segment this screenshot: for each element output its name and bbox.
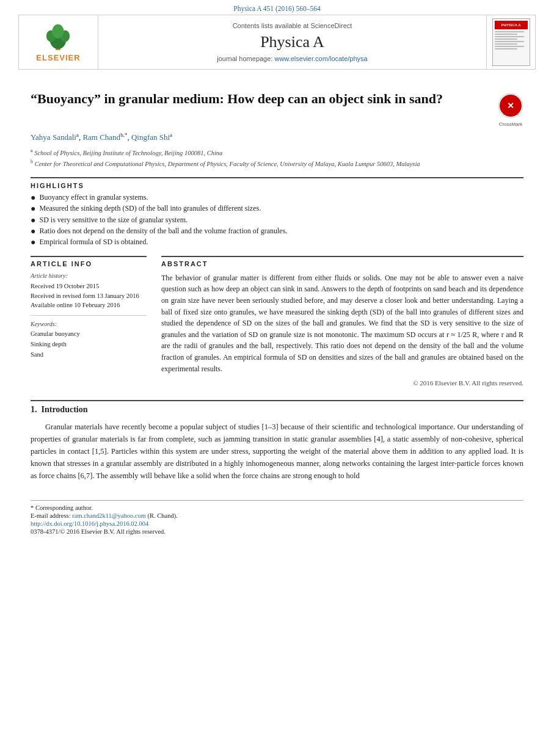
affiliation-a: a School of Physics, Beijing Institute o… xyxy=(31,147,523,158)
keyword-2: Sinking depth xyxy=(31,340,147,350)
keyword-3: Sand xyxy=(31,350,147,360)
info-abstract-section: ARTICLE INFO Article history: Received 1… xyxy=(31,256,523,387)
article-title: “Buoyancy” in granular medium: How deep … xyxy=(31,90,490,108)
bullet-icon: ● xyxy=(31,238,35,247)
journal-center: Contents lists available at ScienceDirec… xyxy=(98,15,486,69)
sciencedirect-line: Contents lists available at ScienceDirec… xyxy=(233,22,352,29)
email-person: (R. Chand). xyxy=(148,512,178,519)
highlight-text-5: Empirical formula of SD is obtained. xyxy=(39,238,148,247)
elsevier-wordmark: ELSEVIER xyxy=(36,53,80,62)
corresponding-label: * Corresponding author. xyxy=(31,504,93,511)
doi-line: http://dx.doi.org/10.1016/j.physa.2016.0… xyxy=(31,520,523,527)
corresponding-author: * Corresponding author. xyxy=(31,504,523,511)
citation-text: Physica A 451 (2016) 560–564 xyxy=(233,5,320,12)
abstract-col: ABSTRACT The behavior of granular matter… xyxy=(161,256,523,387)
sciencedirect-text: Contents lists available at ScienceDirec… xyxy=(233,22,352,29)
journal-citation: Physica A 451 (2016) 560–564 xyxy=(0,0,554,15)
intro-paragraph: Granular materials have recently become … xyxy=(31,421,523,482)
elsevier-tree-icon xyxy=(40,22,76,51)
affiliation-b: b Center for Theoretical and Computation… xyxy=(31,158,523,169)
highlight-item-1: ● Buoyancy effect in granular systems. xyxy=(31,193,523,202)
affiliations: a School of Physics, Beijing Institute o… xyxy=(31,147,523,169)
history-received: Received 19 October 2015 xyxy=(31,282,147,291)
highlight-text-4: Ratio does not depend on the density of … xyxy=(39,227,287,236)
journal-name: Physica A xyxy=(260,33,324,51)
crossmark-label: CrossMark xyxy=(498,122,523,127)
highlight-item-2: ● Measured the sinking depth (SD) of the… xyxy=(31,204,523,213)
copyright-line: © 2016 Elsevier B.V. All rights reserved… xyxy=(161,379,523,387)
author-ram[interactable]: Ram Chand xyxy=(82,133,120,142)
main-content: “Buoyancy” in granular medium: How deep … xyxy=(0,70,554,547)
authors-line: Yahya Sandalia, Ram Chandb,*, Qingfan Sh… xyxy=(31,132,523,142)
email-label: E-mail address: xyxy=(31,512,71,519)
doi-link[interactable]: http://dx.doi.org/10.1016/j.physa.2016.0… xyxy=(31,520,148,527)
highlight-item-3: ● SD is very sensitive to the size of gr… xyxy=(31,216,523,225)
email-line: E-mail address: ram.chand2k11@yahoo.com … xyxy=(31,512,523,519)
abstract-label: ABSTRACT xyxy=(161,256,523,267)
bullet-icon: ● xyxy=(31,193,35,202)
svg-text:✕: ✕ xyxy=(507,101,514,111)
footnote-area: * Corresponding author. E-mail address: … xyxy=(31,500,523,535)
section1-heading: 1. Introduction xyxy=(31,400,523,415)
keyword-1: Granular buoyancy xyxy=(31,329,147,340)
abstract-text: The behavior of granular matter is diffe… xyxy=(161,272,523,374)
article-info-col: ARTICLE INFO Article history: Received 1… xyxy=(31,256,147,387)
journal-header: ELSEVIER Contents lists available at Sci… xyxy=(18,15,536,70)
homepage-line: journal homepage: www.elsevier.com/locat… xyxy=(217,55,367,62)
highlight-item-4: ● Ratio does not depend on the density o… xyxy=(31,227,523,236)
highlight-text-1: Buoyancy effect in granular systems. xyxy=(39,193,148,202)
history-online: Available online 10 February 2016 xyxy=(31,300,147,310)
crossmark-badge: ✕ CrossMark CrossMark xyxy=(498,93,523,127)
bullet-icon: ● xyxy=(31,216,35,225)
crossmark-icon: ✕ CrossMark xyxy=(498,93,523,118)
svg-text:CrossMark: CrossMark xyxy=(503,112,519,115)
journal-thumbnail: PHYSICA A xyxy=(486,15,535,69)
homepage-label: journal homepage: xyxy=(217,55,272,62)
highlight-text-3: SD is very sensitive to the size of gran… xyxy=(39,216,188,225)
keywords-label: Keywords: xyxy=(31,321,147,327)
email-link[interactable]: ram.chand2k11@yahoo.com xyxy=(72,512,146,519)
author-yahya[interactable]: Yahya Sandali xyxy=(31,133,76,142)
history-revised: Received in revised form 13 January 2016 xyxy=(31,291,147,301)
bullet-icon: ● xyxy=(31,227,35,236)
highlights-label: HIGHLIGHTS xyxy=(31,177,523,189)
homepage-url[interactable]: www.elsevier.com/locate/physa xyxy=(274,55,367,62)
divider xyxy=(31,315,147,316)
author-qingfan[interactable]: Qingfan Shi xyxy=(131,133,170,142)
highlight-text-2: Measured the sinking depth (SD) of the b… xyxy=(39,204,261,213)
highlights-section: HIGHLIGHTS ● Buoyancy effect in granular… xyxy=(31,177,523,247)
elsevier-logo-area: ELSEVIER xyxy=(19,15,98,69)
issn-line: 0378-4371/© 2016 Elsevier B.V. All right… xyxy=(31,528,523,535)
bullet-icon: ● xyxy=(31,204,35,213)
highlight-item-5: ● Empirical formula of SD is obtained. xyxy=(31,238,523,247)
svg-point-4 xyxy=(53,24,64,38)
history-label: Article history: xyxy=(31,272,147,279)
thumb-title: PHYSICA A xyxy=(501,23,520,27)
article-info-label: ARTICLE INFO xyxy=(31,256,147,267)
